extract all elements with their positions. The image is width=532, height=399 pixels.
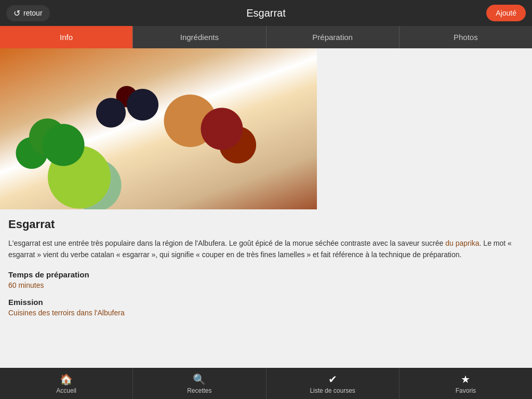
nav-liste-courses[interactable]: ✔ Liste de courses bbox=[267, 368, 400, 399]
nav-recettes[interactable]: 🔍 Recettes bbox=[133, 368, 266, 399]
star-icon: ★ bbox=[461, 373, 470, 385]
header: ↺ retour Esgarrat Ajouté bbox=[0, 0, 532, 26]
nav-liste-label: Liste de courses bbox=[310, 387, 355, 394]
retour-label: retour bbox=[23, 9, 43, 17]
emission-label: Emission bbox=[8, 298, 524, 307]
nav-accueil-label: Accueil bbox=[56, 387, 76, 394]
tab-info[interactable]: Info bbox=[0, 26, 133, 48]
recipe-image bbox=[0, 48, 317, 209]
page-title: Esgarrat bbox=[246, 7, 286, 19]
recipe-info-section: Esgarrat L'esgarrat est une entrée très … bbox=[0, 209, 532, 336]
home-icon: 🏠 bbox=[60, 373, 73, 385]
prep-time-label: Temps de préparation bbox=[8, 270, 524, 279]
retour-icon: ↺ bbox=[14, 8, 20, 18]
food-photo bbox=[0, 48, 317, 209]
nav-accueil[interactable]: 🏠 Accueil bbox=[0, 368, 133, 399]
desc-text-plain: L'esgarrat est une entrée très populaire… bbox=[8, 239, 445, 247]
recipe-description: L'esgarrat est une entrée très populaire… bbox=[8, 237, 524, 261]
ajoute-button[interactable]: Ajouté bbox=[486, 5, 526, 21]
recipe-title: Esgarrat bbox=[8, 218, 524, 231]
desc-link-paprika[interactable]: du paprika bbox=[445, 239, 479, 247]
check-icon: ✔ bbox=[328, 373, 337, 385]
tab-ingredients[interactable]: Ingrédients bbox=[133, 26, 266, 48]
retour-button[interactable]: ↺ retour bbox=[6, 5, 50, 21]
bottom-navigation: 🏠 Accueil 🔍 Recettes ✔ Liste de courses … bbox=[0, 368, 532, 399]
tabs-bar: Info Ingrédients Préparation Photos bbox=[0, 26, 532, 48]
tab-preparation[interactable]: Préparation bbox=[267, 26, 400, 48]
nav-favoris[interactable]: ★ Favoris bbox=[400, 368, 532, 399]
nav-recettes-label: Recettes bbox=[187, 387, 211, 394]
search-icon: 🔍 bbox=[193, 373, 206, 385]
emission-value: Cuisines des terroirs dans l'Albufera bbox=[8, 309, 524, 317]
tab-photos[interactable]: Photos bbox=[400, 26, 532, 48]
prep-time-value: 60 minutes bbox=[8, 281, 524, 289]
nav-favoris-label: Favoris bbox=[456, 387, 476, 394]
content-area: Esgarrat L'esgarrat est une entrée très … bbox=[0, 48, 532, 368]
